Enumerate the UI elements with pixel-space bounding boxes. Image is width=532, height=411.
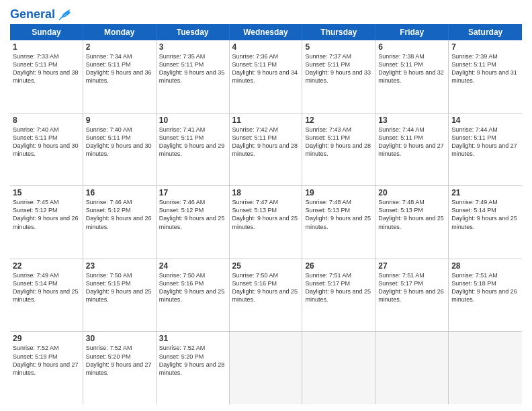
sunrise-text: Sunrise: 7:40 AM	[86, 126, 153, 134]
sunset-text: Sunset: 5:13 PM	[305, 206, 372, 214]
header-cell-friday: Friday	[375, 24, 449, 40]
daylight-text: Daylight: 9 hours and 26 minutes.	[86, 214, 153, 230]
day-cell-27: 27Sunrise: 7:51 AMSunset: 5:17 PMDayligh…	[375, 259, 449, 332]
sunrise-text: Sunrise: 7:45 AM	[13, 198, 80, 206]
daylight-text: Daylight: 9 hours and 28 minutes.	[232, 142, 300, 158]
daylight-text: Daylight: 9 hours and 25 minutes.	[232, 214, 300, 230]
day-info: Sunrise: 7:36 AMSunset: 5:11 PMDaylight:…	[232, 52, 300, 85]
day-number: 29	[13, 334, 80, 343]
sunset-text: Sunset: 5:11 PM	[451, 60, 519, 68]
sunset-text: Sunset: 5:11 PM	[378, 134, 445, 142]
day-number: 27	[378, 261, 445, 271]
week-row-3: 15Sunrise: 7:45 AMSunset: 5:12 PMDayligh…	[10, 186, 522, 259]
sunset-text: Sunset: 5:20 PM	[159, 353, 226, 361]
daylight-text: Daylight: 9 hours and 25 minutes.	[451, 214, 519, 230]
day-number: 24	[159, 261, 226, 271]
daylight-text: Daylight: 9 hours and 26 minutes.	[451, 287, 519, 304]
daylight-text: Daylight: 9 hours and 27 minutes.	[86, 361, 153, 377]
day-info: Sunrise: 7:46 AMSunset: 5:12 PMDaylight:…	[86, 198, 153, 231]
header-cell-monday: Monday	[83, 24, 157, 40]
sunset-text: Sunset: 5:11 PM	[159, 134, 226, 142]
day-number: 25	[232, 261, 300, 271]
day-cell-3: 3Sunrise: 7:35 AMSunset: 5:11 PMDaylight…	[157, 40, 230, 113]
sunrise-text: Sunrise: 7:52 AM	[13, 344, 80, 352]
sunset-text: Sunset: 5:11 PM	[86, 134, 153, 142]
daylight-text: Daylight: 9 hours and 25 minutes.	[159, 287, 226, 304]
sunrise-text: Sunrise: 7:49 AM	[451, 198, 519, 206]
day-cell-8: 8Sunrise: 7:40 AMSunset: 5:11 PMDaylight…	[10, 113, 83, 186]
day-cell-31: 31Sunrise: 7:52 AMSunset: 5:20 PMDayligh…	[157, 332, 230, 404]
sunset-text: Sunset: 5:11 PM	[232, 60, 300, 68]
day-cell-9: 9Sunrise: 7:40 AMSunset: 5:11 PMDaylight…	[83, 113, 157, 186]
day-cell-15: 15Sunrise: 7:45 AMSunset: 5:12 PMDayligh…	[10, 186, 83, 259]
week-row-1: 1Sunrise: 7:33 AMSunset: 5:11 PMDaylight…	[10, 40, 522, 113]
daylight-text: Daylight: 9 hours and 38 minutes.	[13, 68, 80, 85]
day-number: 26	[305, 261, 372, 271]
day-number: 11	[232, 116, 300, 125]
sunset-text: Sunset: 5:11 PM	[305, 134, 372, 142]
day-info: Sunrise: 7:52 AMSunset: 5:19 PMDaylight:…	[13, 344, 80, 377]
day-info: Sunrise: 7:49 AMSunset: 5:14 PMDaylight:…	[13, 271, 80, 304]
sunrise-text: Sunrise: 7:35 AM	[159, 52, 226, 60]
day-cell-22: 22Sunrise: 7:49 AMSunset: 5:14 PMDayligh…	[10, 259, 83, 332]
sunrise-text: Sunrise: 7:43 AM	[305, 126, 372, 134]
day-cell-5: 5Sunrise: 7:37 AMSunset: 5:11 PMDaylight…	[302, 40, 375, 113]
daylight-text: Daylight: 9 hours and 28 minutes.	[159, 361, 226, 377]
day-cell-6: 6Sunrise: 7:38 AMSunset: 5:11 PMDaylight…	[375, 40, 449, 113]
daylight-text: Daylight: 9 hours and 28 minutes.	[305, 142, 372, 158]
day-info: Sunrise: 7:44 AMSunset: 5:11 PMDaylight:…	[378, 126, 445, 158]
daylight-text: Daylight: 9 hours and 25 minutes.	[305, 287, 372, 304]
sunrise-text: Sunrise: 7:40 AM	[13, 126, 80, 134]
day-info: Sunrise: 7:45 AMSunset: 5:12 PMDaylight:…	[13, 198, 80, 231]
day-number: 3	[159, 42, 226, 52]
sunrise-text: Sunrise: 7:37 AM	[305, 52, 372, 60]
day-number: 4	[232, 42, 300, 52]
sunrise-text: Sunrise: 7:46 AM	[86, 198, 153, 206]
sunset-text: Sunset: 5:11 PM	[232, 134, 300, 142]
day-number: 8	[13, 116, 80, 125]
sunset-text: Sunset: 5:15 PM	[86, 279, 153, 287]
daylight-text: Daylight: 9 hours and 27 minutes.	[451, 142, 519, 158]
sunset-text: Sunset: 5:16 PM	[232, 279, 300, 287]
header-cell-tuesday: Tuesday	[157, 24, 230, 40]
sunset-text: Sunset: 5:11 PM	[451, 134, 519, 142]
header-cell-saturday: Saturday	[449, 24, 522, 40]
daylight-text: Daylight: 9 hours and 27 minutes.	[378, 142, 445, 158]
daylight-text: Daylight: 9 hours and 33 minutes.	[305, 68, 372, 85]
day-info: Sunrise: 7:42 AMSunset: 5:11 PMDaylight:…	[232, 126, 300, 158]
empty-cell	[230, 332, 303, 404]
day-info: Sunrise: 7:50 AMSunset: 5:16 PMDaylight:…	[232, 271, 300, 304]
day-number: 30	[86, 334, 153, 343]
page: General SundayMondayTuesdayWednesdayThur…	[0, 0, 532, 411]
day-number: 5	[305, 42, 372, 52]
day-cell-26: 26Sunrise: 7:51 AMSunset: 5:17 PMDayligh…	[302, 259, 375, 332]
day-info: Sunrise: 7:50 AMSunset: 5:16 PMDaylight:…	[159, 271, 226, 304]
header: General	[10, 7, 522, 19]
day-number: 20	[378, 188, 445, 197]
day-number: 10	[159, 116, 226, 125]
day-info: Sunrise: 7:51 AMSunset: 5:17 PMDaylight:…	[305, 271, 372, 304]
day-cell-30: 30Sunrise: 7:52 AMSunset: 5:20 PMDayligh…	[83, 332, 157, 404]
daylight-text: Daylight: 9 hours and 25 minutes.	[232, 287, 300, 304]
sunrise-text: Sunrise: 7:48 AM	[305, 198, 372, 206]
day-cell-12: 12Sunrise: 7:43 AMSunset: 5:11 PMDayligh…	[302, 113, 375, 186]
day-info: Sunrise: 7:50 AMSunset: 5:15 PMDaylight:…	[86, 271, 153, 304]
day-number: 22	[13, 261, 80, 271]
day-cell-29: 29Sunrise: 7:52 AMSunset: 5:19 PMDayligh…	[10, 332, 83, 404]
sunset-text: Sunset: 5:14 PM	[451, 206, 519, 214]
day-number: 15	[13, 188, 80, 197]
day-cell-2: 2Sunrise: 7:34 AMSunset: 5:11 PMDaylight…	[83, 40, 157, 113]
day-cell-13: 13Sunrise: 7:44 AMSunset: 5:11 PMDayligh…	[375, 113, 449, 186]
week-row-5: 29Sunrise: 7:52 AMSunset: 5:19 PMDayligh…	[10, 332, 522, 404]
day-number: 12	[305, 116, 372, 125]
sunrise-text: Sunrise: 7:51 AM	[305, 271, 372, 279]
sunset-text: Sunset: 5:11 PM	[13, 134, 80, 142]
daylight-text: Daylight: 9 hours and 25 minutes.	[86, 287, 153, 304]
sunrise-text: Sunrise: 7:42 AM	[232, 126, 300, 134]
sunrise-text: Sunrise: 7:44 AM	[378, 126, 445, 134]
day-info: Sunrise: 7:47 AMSunset: 5:13 PMDaylight:…	[232, 198, 300, 231]
sunrise-text: Sunrise: 7:33 AM	[13, 52, 80, 60]
logo-text: General	[10, 7, 55, 21]
day-cell-16: 16Sunrise: 7:46 AMSunset: 5:12 PMDayligh…	[83, 186, 157, 259]
daylight-text: Daylight: 9 hours and 29 minutes.	[159, 142, 226, 158]
